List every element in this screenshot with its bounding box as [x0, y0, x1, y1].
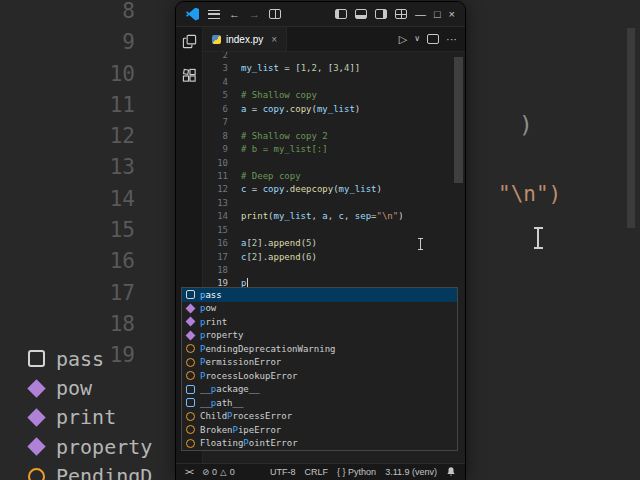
statusbar-encoding[interactable]: UTF-8: [270, 467, 296, 477]
problems-indicator[interactable]: ⊘ 0 △ 0: [202, 467, 235, 477]
tab-index-py[interactable]: index.py ×: [203, 27, 287, 51]
vscode-window: ←→ —□×: [176, 2, 465, 480]
symbol-method-icon: [186, 303, 196, 313]
suggestion-item[interactable]: ChildProcessError: [182, 410, 457, 424]
autocomplete-popup: passpowprintpropertyPendingDeprecationWa…: [181, 287, 458, 451]
bg-line-number: 17: [0, 278, 135, 309]
bg-suggestion-item: pow: [28, 373, 152, 402]
error-count: 0: [212, 467, 217, 477]
line-number: 15: [203, 224, 241, 237]
code-line[interactable]: 3my_list = [1,2, [3,4]]: [203, 62, 451, 75]
code-line[interactable]: 18: [203, 264, 451, 277]
code-line[interactable]: 5# Shallow copy: [203, 89, 451, 102]
split-editor-icon[interactable]: [269, 9, 281, 19]
more-actions-icon[interactable]: ···: [446, 34, 457, 45]
code-line[interactable]: 11# Deep copy: [203, 170, 451, 183]
bg-code-fragment: "\n"): [498, 182, 561, 206]
symbol-class-icon: [186, 425, 195, 434]
mouse-ibeam-cursor: [420, 238, 421, 250]
suggestion-item[interactable]: FloatingPointError: [182, 437, 457, 451]
statusbar-language[interactable]: { } Python: [337, 467, 376, 477]
vscode-logo: [186, 8, 199, 21]
bg-line-number: 14: [0, 184, 135, 215]
scrollbar-thumb[interactable]: [454, 57, 463, 183]
bg-line-number: 12: [0, 121, 135, 152]
layout-sidebar-left-icon[interactable]: [335, 9, 347, 19]
code-line[interactable]: 4: [203, 76, 451, 89]
remote-indicator[interactable]: ><: [185, 467, 193, 477]
suggestion-item[interactable]: property: [182, 329, 457, 343]
customize-layout-icon[interactable]: [395, 9, 407, 19]
code-line[interactable]: 15: [203, 224, 451, 237]
tab-close-icon[interactable]: ×: [271, 34, 277, 45]
code-line[interactable]: 2: [203, 52, 451, 62]
symbol-class-icon: [186, 358, 195, 367]
code-line[interactable]: 13: [203, 197, 451, 210]
menu-icon[interactable]: [208, 10, 220, 19]
statusbar-eol[interactable]: CRLF: [305, 467, 329, 477]
run-dropdown-icon[interactable]: ∨: [414, 35, 420, 43]
run-python-file-icon[interactable]: ▷: [399, 34, 407, 45]
bg-line-number: 10: [0, 59, 135, 90]
bg-suggestion-item: pass: [28, 344, 152, 373]
bg-line-number: 9: [0, 27, 135, 58]
warning-icon: △: [220, 467, 227, 477]
suggestion-item[interactable]: PermissionError: [182, 356, 457, 370]
symbol-class-icon: [186, 439, 195, 448]
bg-suggestion-item: PendingD: [28, 462, 152, 480]
bg-code-fragment: ): [519, 112, 533, 138]
suggestion-item[interactable]: ProcessLookupError: [182, 369, 457, 383]
layout-panel-icon[interactable]: [355, 9, 367, 19]
suggestion-item[interactable]: __path__: [182, 396, 457, 410]
line-number: 2: [203, 52, 241, 62]
symbol-class-icon: [186, 412, 195, 421]
bg-line-number: 16: [0, 246, 135, 277]
line-number: 10: [203, 157, 241, 170]
bg-scrollbar: [627, 28, 635, 228]
symbol-method-icon: [186, 317, 196, 327]
bg-suggest-list: passpowprintpropertyPendingD: [28, 344, 152, 480]
line-number: 14: [203, 210, 241, 223]
statusbar-python-interpreter[interactable]: 3.11.9 (venv): [385, 467, 437, 477]
layout-sidebar-right-icon[interactable]: [375, 9, 387, 19]
suggestion-item[interactable]: print: [182, 315, 457, 329]
code-line[interactable]: 6a = copy.copy(my_list): [203, 103, 451, 116]
symbol-keyword-icon: [28, 350, 45, 367]
title-bar: ←→ —□×: [176, 2, 465, 27]
symbol-class-icon: [186, 371, 195, 380]
suggestion-item[interactable]: __package__: [182, 383, 457, 397]
suggestion-item[interactable]: PendingDeprecationWarning: [182, 342, 457, 356]
suggestion-item[interactable]: BrokenPipeError: [182, 423, 457, 437]
code-line[interactable]: 9# b = my_list[:]: [203, 143, 451, 156]
line-number: 9: [203, 143, 241, 156]
back-icon[interactable]: ←: [229, 9, 240, 20]
code-line[interactable]: 8# Shallow copy 2: [203, 130, 451, 143]
split-editor-right-icon[interactable]: [427, 34, 439, 44]
notifications-bell-icon[interactable]: [446, 466, 456, 479]
code-line[interactable]: 12c = copy.deepcopy(my_list): [203, 183, 451, 196]
line-number: 11: [203, 170, 241, 183]
code-line[interactable]: 16a[2].append(5): [203, 237, 451, 250]
bg-line-number: 15: [0, 215, 135, 246]
code-line[interactable]: 14print(my_list, a, c, sep="\n"): [203, 210, 451, 223]
tab-bar: index.py × ▷∨···: [203, 27, 465, 52]
maximize-icon[interactable]: □: [434, 9, 441, 20]
line-number: 16: [203, 237, 241, 250]
bg-line-number: 18: [0, 309, 135, 340]
screenshot-stage: 8910111213141516171819 passpowprintprope…: [0, 0, 640, 480]
explorer-copy-icon[interactable]: [182, 34, 197, 53]
code-line[interactable]: 17c[2].append(6): [203, 251, 451, 264]
minimize-icon[interactable]: —: [415, 9, 426, 20]
bg-suggestion-item: print: [28, 403, 152, 432]
suggestion-item[interactable]: pow: [182, 302, 457, 316]
line-number: 5: [203, 89, 241, 102]
status-bar: >< ⊘ 0 △ 0 UTF-8CRLF{ } Python3.11.9 (ve…: [176, 463, 465, 480]
forward-icon[interactable]: →: [249, 9, 260, 20]
symbol-keyword-icon: [186, 290, 195, 299]
extensions-icon[interactable]: [182, 68, 197, 87]
close-icon[interactable]: ×: [449, 9, 455, 20]
code-line[interactable]: 10: [203, 157, 451, 170]
code-line[interactable]: 7: [203, 116, 451, 129]
suggestion-item[interactable]: pass: [182, 288, 457, 302]
line-number: 17: [203, 251, 241, 264]
